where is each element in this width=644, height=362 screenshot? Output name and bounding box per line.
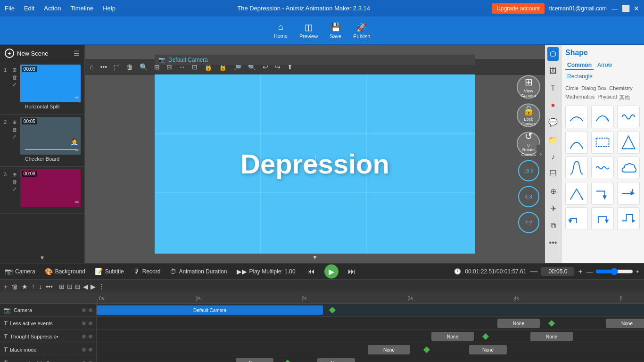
shape-bend-arrow[interactable]	[591, 182, 614, 205]
shape-step-2[interactable]	[591, 207, 614, 230]
track-dot-camera-2[interactable]	[89, 308, 92, 312]
scene-copy-3[interactable]: ⊞	[12, 172, 17, 178]
track-block-summarize-1[interactable]: None	[236, 358, 273, 362]
scene-move-2[interactable]: ⤢	[12, 134, 17, 140]
collapse-panel-btn[interactable]: ›	[537, 145, 545, 164]
lock-canvas-btn[interactable]: 🔒 Lock Canvas	[517, 103, 540, 127]
tl-star-btn[interactable]: ★	[22, 283, 28, 290]
track-block-summarize-2[interactable]: None	[317, 358, 355, 362]
shape-step-1[interactable]	[565, 207, 588, 230]
subtab-other[interactable]: 其他	[619, 94, 630, 101]
film-icon-btn[interactable]: 🎞	[547, 167, 559, 181]
track-diamond-thought-1[interactable]	[482, 333, 489, 339]
shape-arc[interactable]	[565, 131, 588, 154]
scene-move-3[interactable]: ⤢	[12, 186, 17, 192]
time-minus-btn[interactable]: —	[530, 267, 537, 276]
menu-file[interactable]: File	[5, 5, 15, 12]
zoom-out-timeline-btn[interactable]: —	[586, 268, 593, 275]
track-dot-camera-1[interactable]	[82, 308, 86, 312]
shape-curve-1[interactable]	[565, 106, 588, 128]
tl-delete-btn[interactable]: 🗑	[11, 283, 18, 290]
maximize-button[interactable]: ⬜	[622, 5, 630, 12]
scene-move-1[interactable]: ⤢	[12, 82, 17, 88]
shape-s-curve[interactable]	[565, 156, 588, 179]
menu-edit[interactable]: Edit	[24, 5, 34, 12]
upgrade-button[interactable]: Upgrade account	[492, 3, 544, 14]
main-canvas[interactable]: Depression	[155, 74, 475, 254]
track-dot-blackmood-1[interactable]	[82, 348, 86, 352]
shapes-icon-btn[interactable]: ⬡	[547, 47, 559, 61]
menu-action[interactable]: Action	[44, 5, 61, 12]
track-block-blackmood-2[interactable]: None	[469, 345, 507, 354]
new-scene-button[interactable]: + New Scene ☰	[0, 45, 84, 62]
shape-l-arrow[interactable]	[617, 182, 640, 205]
subtab-circle[interactable]: Circle	[565, 85, 578, 91]
time-input[interactable]	[541, 267, 574, 276]
ratio-custom-btn[interactable]: ?:?	[518, 212, 539, 233]
scene-delete-2[interactable]: 🗑	[12, 127, 17, 132]
ratio-43-btn[interactable]: 4:3	[518, 186, 539, 207]
ratio-169-btn[interactable]: 16:9	[518, 160, 539, 181]
zoom-in-timeline-btn[interactable]: +	[636, 268, 639, 275]
tl-split-btn[interactable]: ⋮	[98, 283, 105, 290]
tl-grid3-btn[interactable]: ⊟	[75, 283, 81, 290]
close-button[interactable]: ✕	[634, 5, 639, 12]
menu-help[interactable]: Help	[103, 5, 116, 12]
record-tool[interactable]: 🎙 Record	[133, 268, 161, 275]
list-icon[interactable]: ☰	[74, 49, 80, 57]
subtab-physical[interactable]: Physical	[597, 94, 617, 101]
more-right-btn[interactable]: •••	[547, 236, 560, 249]
tl-next-btn[interactable]: ▶	[91, 283, 96, 290]
tl-down-btn[interactable]: ↓	[39, 283, 42, 290]
shape-step-3[interactable]	[617, 207, 640, 230]
track-diamond-less-1[interactable]	[548, 320, 555, 326]
camera-tool[interactable]: 📷 Camera	[5, 268, 35, 275]
music-icon-btn[interactable]: ♪	[549, 150, 557, 164]
shape-cloud[interactable]	[617, 156, 640, 179]
shape-tab-rectangle[interactable]: Rectangle	[565, 72, 594, 81]
shape-triangle[interactable]	[617, 131, 640, 154]
background-tool[interactable]: 🎨 Background	[45, 268, 85, 275]
shape-dotted-rect[interactable]	[591, 131, 614, 154]
scene-thumbnail-1[interactable]: 00:03 ✏	[20, 65, 81, 102]
play-multiple-tool[interactable]: ▶▶ Play Multiple: 1.00	[237, 268, 296, 275]
image-icon-btn[interactable]: 🖼	[547, 65, 559, 78]
track-block-less-1[interactable]: None	[497, 319, 540, 328]
shape-wavy-line[interactable]	[591, 156, 614, 179]
view-camera-btn[interactable]: ⊞ View Camera	[517, 75, 540, 99]
track-block-less-2[interactable]: None	[606, 319, 644, 328]
track-block-camera[interactable]: Default Camera	[97, 305, 323, 315]
scene-copy-2[interactable]: ⊞	[12, 119, 17, 125]
bubble-icon-btn[interactable]: 💬	[546, 115, 560, 129]
time-plus-btn[interactable]: +	[578, 267, 582, 276]
scene-thumbnail-2[interactable]: 00:05 🧑‍💼 ✏	[20, 117, 81, 155]
subtab-dialog[interactable]: Dialog Box	[581, 85, 606, 91]
track-block-blackmood-1[interactable]: None	[368, 345, 410, 354]
toolbar-publish[interactable]: 🚀 Publish	[353, 22, 370, 39]
track-dot-less-active-2[interactable]	[89, 321, 92, 325]
scene-delete-1[interactable]: 🗑	[12, 74, 17, 80]
track-dot-thought-2[interactable]	[89, 335, 92, 338]
tl-grid2-btn[interactable]: ⊡	[67, 283, 73, 290]
shape-wave[interactable]	[617, 106, 640, 128]
tl-up-btn[interactable]: ↑	[32, 283, 35, 290]
track-diamond-summarize-1[interactable]	[284, 359, 291, 362]
layers-icon-btn[interactable]: ⧉	[548, 219, 558, 232]
scene-thumbnail-3[interactable]: 00:08 ✏	[20, 169, 81, 207]
toolbar-preview[interactable]: ◫ Preview	[299, 22, 318, 39]
plane-icon-btn[interactable]: ✈	[548, 202, 559, 215]
scene-delete-3[interactable]: 🗑	[12, 179, 17, 185]
expand-arrow[interactable]: ▼	[312, 254, 318, 261]
minimize-button[interactable]: —	[611, 5, 618, 12]
color-icon-btn[interactable]: ●	[548, 99, 558, 112]
tl-add-btn[interactable]: +	[4, 283, 8, 290]
subtab-chemistry[interactable]: Chemistry	[609, 85, 633, 91]
toolbar-save[interactable]: 💾 Save	[330, 22, 341, 39]
tl-grid1-btn[interactable]: ⊞	[59, 283, 65, 290]
shape-tab-common[interactable]: Common	[565, 61, 594, 70]
menu-timeline[interactable]: Timeline	[71, 5, 94, 12]
subtab-math[interactable]: Mathematics	[565, 94, 594, 101]
text-icon-btn[interactable]: T	[548, 82, 558, 95]
folder-icon-btn[interactable]: 📁	[546, 133, 560, 147]
step-back-btn[interactable]: ⏮	[307, 267, 315, 276]
